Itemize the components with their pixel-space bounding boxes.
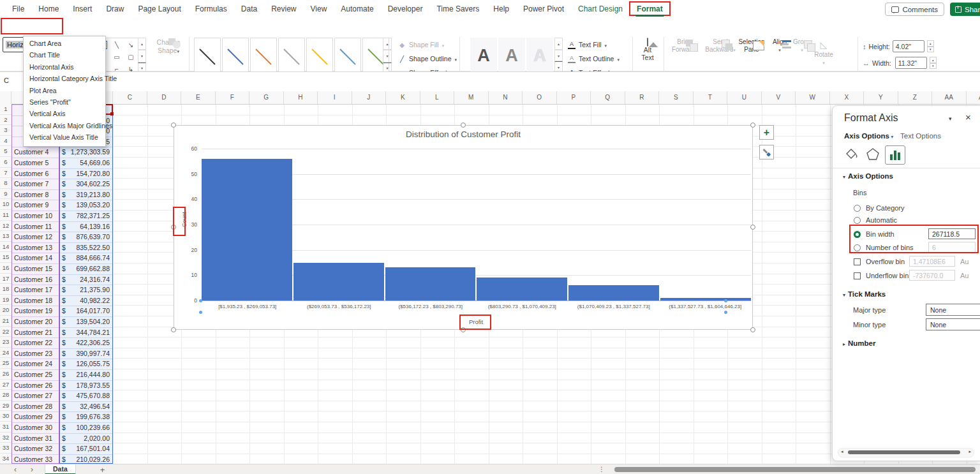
chart-resize-handle[interactable] <box>750 122 755 128</box>
shape-style-preset[interactable] <box>334 38 361 76</box>
customer-name-cell[interactable]: Customer 13 <box>14 242 58 253</box>
chart-element-option[interactable]: Vertical Value Axis Title <box>24 131 105 143</box>
profit-value-cell[interactable]: $1,273,303.59 <box>62 147 110 158</box>
wordart-style-preset[interactable]: A <box>470 38 497 73</box>
column-header-P[interactable]: P <box>557 91 591 104</box>
column-header-E[interactable]: E <box>181 91 216 104</box>
customer-name-cell[interactable]: Customer 28 <box>14 401 58 412</box>
customer-name-cell[interactable]: Customer 33 <box>14 454 58 465</box>
scroll-up-icon[interactable] <box>138 38 146 50</box>
row-header[interactable]: 7 <box>0 168 11 179</box>
row-header[interactable]: 2 <box>0 115 11 126</box>
column-header-AB[interactable]: AB <box>967 91 980 104</box>
profit-value-cell[interactable]: $344,784.21 <box>62 327 110 338</box>
row-header[interactable]: 19 <box>0 295 11 306</box>
profit-value-cell[interactable]: $40,982.22 <box>62 295 110 306</box>
format-axis-pane[interactable]: Format Axis × Axis Options Text Options … <box>832 105 980 461</box>
histogram-bar[interactable] <box>568 285 659 300</box>
customer-name-cell[interactable]: Customer 19 <box>14 306 58 316</box>
height-stepper[interactable] <box>927 40 934 52</box>
row-header[interactable]: 17 <box>0 274 11 285</box>
ribbon-tab-page-layout[interactable]: Page Layout <box>131 0 188 17</box>
customer-name-cell[interactable]: Customer 9 <box>14 200 58 211</box>
ribbon-tab-format[interactable]: Format <box>630 0 670 17</box>
automatic-radio[interactable] <box>854 217 861 224</box>
customer-name-cell[interactable]: Customer 16 <box>14 274 58 285</box>
underflow-bin-checkbox[interactable] <box>854 272 861 279</box>
number-section[interactable]: ▸Number <box>843 339 875 347</box>
ribbon-tab-insert[interactable]: Insert <box>66 0 99 17</box>
group-button[interactable]: Group <box>791 38 813 54</box>
axis-options-section[interactable]: ▾Axis Options <box>843 172 893 180</box>
scroll-down-icon[interactable] <box>383 50 392 62</box>
bring-forward-button[interactable]: Bring Forward <box>666 38 703 54</box>
ribbon-tab-automate[interactable]: Automate <box>334 0 380 17</box>
change-shape-button[interactable]: Change Shape <box>151 38 186 56</box>
customer-name-cell[interactable]: Customer 24 <box>14 359 58 369</box>
ribbon-tab-view[interactable]: View <box>304 0 334 17</box>
customer-name-cell[interactable]: Customer 22 <box>14 337 58 348</box>
profit-value-cell[interactable]: $32,496.54 <box>62 401 110 412</box>
chart-element-option[interactable]: Horizontal Category Axis Title <box>24 73 105 84</box>
scroll-down-icon[interactable] <box>138 50 146 62</box>
overflow-bin-label[interactable]: Overflow bin <box>866 258 905 265</box>
send-backward-button[interactable]: Send Backward <box>702 38 739 54</box>
histogram-bar[interactable] <box>660 298 751 300</box>
row-header[interactable]: 1 <box>0 104 11 115</box>
tick-marks-section[interactable]: ▾Tick Marks <box>843 290 886 298</box>
column-header-L[interactable]: L <box>420 91 455 104</box>
row-header[interactable]: 13 <box>0 231 11 242</box>
profit-value-range[interactable]: 005095$1,273,303.59$54,669.06$154,720.80… <box>59 104 113 464</box>
select-all-corner[interactable] <box>0 91 11 104</box>
tab-text-options[interactable]: Text Options <box>900 132 941 140</box>
scrollbar-thumb[interactable] <box>848 450 960 454</box>
row-header[interactable]: 16 <box>0 263 11 274</box>
formula-bar[interactable]: C <box>0 71 980 92</box>
automatic-label[interactable]: Automatic <box>866 216 897 224</box>
shape-outline-button[interactable]: ╱ Shape Outline <box>398 52 457 66</box>
profit-value-cell[interactable]: $782,371.25 <box>62 211 110 221</box>
customer-name-cell[interactable]: Customer 15 <box>14 263 58 274</box>
shape-style-preset[interactable] <box>250 38 277 76</box>
ribbon-tab-time-savers[interactable]: Time Savers <box>429 0 486 17</box>
ribbon-tab-power-pivot[interactable]: Power Pivot <box>516 0 571 17</box>
row-header[interactable]: 14 <box>0 242 11 253</box>
profit-value-cell[interactable]: $422,306.25 <box>62 337 110 348</box>
customer-name-cell[interactable]: Customer 31 <box>14 433 58 444</box>
profit-value-cell[interactable]: $64,139.16 <box>62 221 110 232</box>
profit-value-cell[interactable]: $24,316.74 <box>62 274 110 285</box>
customer-name-cell[interactable]: Customer 18 <box>14 295 58 306</box>
row-header[interactable]: 10 <box>0 199 11 210</box>
chart-resize-handle[interactable] <box>171 327 176 332</box>
row-header[interactable]: 9 <box>0 189 11 200</box>
chart-element-option[interactable]: Series "Profit" <box>24 96 105 108</box>
profit-value-cell[interactable]: $884,666.74 <box>62 253 110 263</box>
customer-name-cell[interactable]: Customer 29 <box>14 411 58 422</box>
chart-element-option[interactable]: Plot Area <box>24 85 105 96</box>
customer-name-cell[interactable]: Customer 21 <box>14 327 58 338</box>
row-header[interactable]: 30 <box>0 411 11 422</box>
histogram-bar[interactable] <box>293 263 384 301</box>
alt-text-button[interactable]: Alt Text <box>636 38 659 61</box>
row-header[interactable]: 11 <box>0 210 11 221</box>
ribbon-tab-draw[interactable]: Draw <box>99 0 131 17</box>
text-outline-button[interactable]: A Text Outline <box>568 52 620 66</box>
row-header[interactable]: 27 <box>0 380 11 390</box>
chart-resize-handle[interactable] <box>171 122 176 128</box>
profit-value-cell[interactable]: $2,020.00 <box>62 433 110 444</box>
row-header[interactable]: 34 <box>0 454 11 464</box>
overflow-auto-fragment[interactable]: Au <box>960 258 969 265</box>
chart-element-option[interactable]: Horizontal Axis <box>24 61 105 73</box>
scroll-right-icon[interactable]: ▸ <box>969 449 971 454</box>
profit-value-cell[interactable]: $216,444.80 <box>62 369 110 380</box>
text-fill-button[interactable]: A Text Fill <box>568 38 620 52</box>
customer-name-cell[interactable]: Customer 30 <box>14 422 58 433</box>
chart-resize-handle[interactable] <box>461 122 466 128</box>
fill-line-icon[interactable] <box>842 145 861 163</box>
customer-name-cell[interactable]: Customer 12 <box>14 232 58 242</box>
profit-value-cell[interactable]: $319,213.80 <box>62 189 110 200</box>
profit-value-cell[interactable]: $178,973.55 <box>62 380 110 391</box>
arrow-shape-icon[interactable]: ↘ <box>128 41 133 48</box>
ribbon-tab-developer[interactable]: Developer <box>381 0 430 17</box>
scroll-up-icon[interactable] <box>383 38 392 50</box>
